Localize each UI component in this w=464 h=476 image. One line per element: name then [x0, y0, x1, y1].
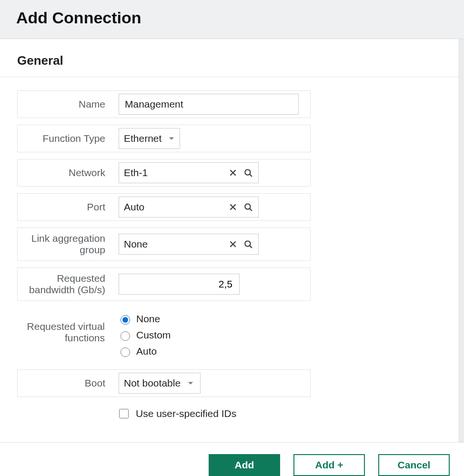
row-port: Port Auto: [17, 193, 311, 221]
vf-radio-none-label[interactable]: None: [118, 313, 171, 325]
add-plus-button[interactable]: Add +: [293, 454, 365, 476]
value-cell-network: Eth-1: [114, 159, 310, 186]
lag-value: None: [124, 238, 224, 250]
general-form: Name Function Type Ethernet: [0, 77, 458, 426]
add-button[interactable]: Add: [209, 454, 280, 476]
label-function-type: Function Type: [18, 125, 114, 152]
value-cell-function-type: Ethernet: [114, 125, 310, 152]
row-function-type: Function Type Ethernet: [17, 125, 311, 152]
value-cell-req-vf: None Custom Auto: [113, 307, 311, 363]
label-lag: Link aggregation group: [18, 228, 114, 260]
search-icon[interactable]: [243, 202, 253, 212]
clear-icon[interactable]: [228, 239, 238, 249]
vf-radio-auto-text: Auto: [136, 346, 157, 357]
label-req-bw: Requested bandwidth (Gb/s): [18, 268, 114, 300]
row-req-vf: Requested virtual functions None Custom: [17, 307, 311, 363]
dialog-title: Add Connection: [16, 9, 448, 27]
vf-radio-none[interactable]: [121, 315, 130, 325]
function-type-select[interactable]: Ethernet: [119, 128, 180, 149]
value-cell-boot: Not bootable: [114, 370, 310, 397]
clear-icon[interactable]: [228, 202, 238, 212]
dialog-header: Add Connection: [0, 0, 464, 39]
vf-radio-custom-text: Custom: [136, 329, 171, 341]
row-name: Name: [17, 90, 311, 118]
vf-radio-auto-label[interactable]: Auto: [118, 346, 171, 357]
cancel-button[interactable]: Cancel: [378, 454, 450, 476]
function-type-value: Ethernet: [124, 133, 161, 144]
row-req-bw: Requested bandwidth (Gb/s): [17, 268, 311, 301]
vf-radio-none-text: None: [136, 313, 160, 325]
chevron-down-icon: [187, 380, 194, 387]
label-req-vf: Requested virtual functions: [17, 307, 113, 348]
requested-bandwidth-input[interactable]: [119, 274, 240, 295]
svg-point-0: [245, 169, 250, 175]
value-cell-lag: None: [114, 228, 310, 260]
name-input[interactable]: [119, 94, 299, 115]
dialog-footer: Add Add + Cancel: [0, 442, 464, 476]
network-picker[interactable]: Eth-1: [119, 162, 259, 183]
lag-picker[interactable]: None: [119, 234, 259, 255]
chevron-down-icon: [168, 135, 175, 142]
section-general-title: General: [0, 39, 458, 77]
search-icon[interactable]: [243, 168, 253, 178]
label-port: Port: [18, 194, 114, 220]
value-cell-req-bw: [114, 268, 310, 300]
vf-radio-auto[interactable]: [121, 347, 130, 357]
search-icon[interactable]: [243, 239, 253, 249]
svg-point-2: [245, 241, 250, 246]
dialog-body: General Name Function Type Ethernet: [0, 39, 464, 442]
row-use-ids: Use user-specified IDs: [17, 404, 311, 420]
add-connection-dialog: Add Connection General Name Function Typ…: [0, 0, 464, 476]
row-network: Network Eth-1: [17, 159, 311, 187]
boot-value: Not bootable: [124, 377, 181, 389]
value-cell-name: [114, 91, 310, 118]
port-picker[interactable]: Auto: [119, 197, 259, 218]
vf-radio-custom[interactable]: [121, 331, 130, 341]
port-value: Auto: [124, 201, 224, 213]
vf-radio-custom-label[interactable]: Custom: [118, 329, 171, 341]
value-cell-port: Auto: [114, 194, 310, 220]
clear-icon[interactable]: [228, 168, 238, 178]
vf-radio-group: None Custom Auto: [118, 310, 171, 360]
svg-point-1: [245, 204, 250, 209]
label-network: Network: [18, 159, 114, 186]
use-ids-checkbox[interactable]: [119, 409, 129, 418]
row-boot: Boot Not bootable: [17, 369, 311, 397]
row-lag: Link aggregation group None: [17, 228, 311, 261]
network-value: Eth-1: [124, 167, 224, 178]
boot-select[interactable]: Not bootable: [119, 373, 201, 394]
use-ids-label: Use user-specified IDs: [136, 408, 236, 419]
label-boot: Boot: [18, 370, 114, 397]
label-name: Name: [18, 91, 114, 118]
